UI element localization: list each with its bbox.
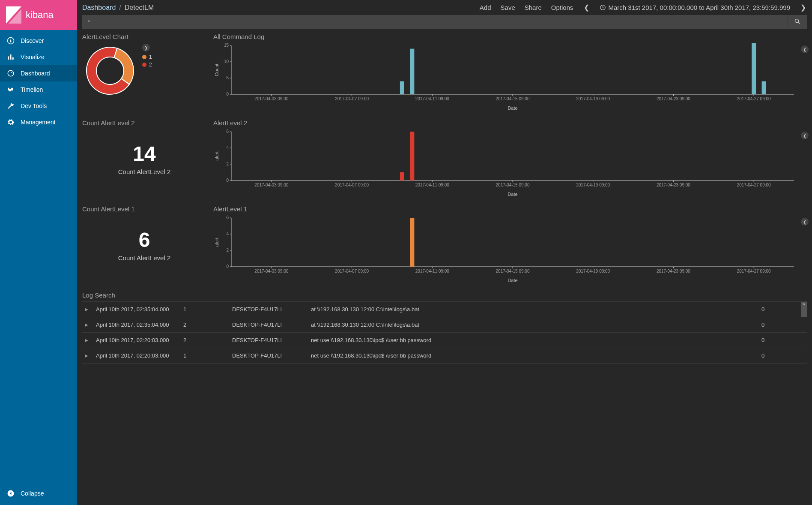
panel-title: Count AlertLevel 2 bbox=[82, 119, 206, 126]
svg-rect-4 bbox=[8, 57, 9, 60]
svg-text:15: 15 bbox=[224, 43, 229, 48]
sidebar-collapse[interactable]: Collapse bbox=[0, 485, 77, 505]
log-cmd: net use \\192.168.30.130\ipc$ /user:bb p… bbox=[311, 352, 755, 359]
metric-value: 6 bbox=[82, 228, 206, 252]
log-host: DESKTOP-F4U17LI bbox=[232, 352, 305, 359]
svg-text:2: 2 bbox=[226, 162, 229, 166]
panel-all-command-log: All Command Log ❮ 0510152017-04-03 09:00… bbox=[213, 33, 807, 111]
sidebar-item-discover[interactable]: Discover bbox=[0, 33, 77, 49]
logo[interactable]: kibana bbox=[0, 0, 77, 30]
search-icon bbox=[794, 18, 801, 25]
panel-count-alertlevel-2: Count AlertLevel 2 14 Count AlertLevel 2 bbox=[82, 119, 206, 198]
nav-label: Management bbox=[21, 119, 56, 126]
svg-line-8 bbox=[11, 72, 12, 73]
svg-text:2017-04-15 09:00: 2017-04-15 09:00 bbox=[496, 183, 530, 187]
panel-title: AlertLevel 2 bbox=[213, 119, 807, 126]
row-expand-icon[interactable]: ▶ bbox=[85, 322, 90, 327]
svg-text:2017-04-07 09:00: 2017-04-07 09:00 bbox=[335, 183, 369, 187]
svg-text:4: 4 bbox=[226, 145, 229, 150]
time-next-icon[interactable]: ❯ bbox=[800, 3, 807, 12]
nav-label: Dashboard bbox=[21, 70, 50, 77]
svg-marker-3 bbox=[10, 39, 12, 43]
svg-text:Date: Date bbox=[508, 192, 517, 197]
dashboard-icon bbox=[7, 69, 15, 77]
bar-chart-alert1[interactable]: 02462017-04-03 09:002017-04-07 09:002017… bbox=[213, 215, 798, 284]
log-host: DESKTOP-F4U17LI bbox=[232, 337, 305, 343]
svg-text:2017-04-27 09:00: 2017-04-27 09:00 bbox=[737, 96, 771, 101]
bar-chart-all-cmd[interactable]: 0510152017-04-03 09:002017-04-07 09:0020… bbox=[213, 43, 798, 111]
action-add[interactable]: Add bbox=[480, 4, 491, 11]
legend-expand-icon[interactable]: ❯ bbox=[142, 44, 150, 51]
log-cmd: net use \\192.168.30.130\ipc$ /user:bb p… bbox=[311, 337, 755, 343]
log-n: 0 bbox=[761, 337, 804, 343]
wrench-icon bbox=[7, 102, 15, 110]
search-button[interactable] bbox=[788, 15, 807, 29]
sidebar-item-management[interactable]: Management bbox=[0, 114, 77, 130]
sidebar-item-visualize[interactable]: Visualize bbox=[0, 49, 77, 65]
chart-collapse-icon[interactable]: ❮ bbox=[801, 218, 809, 225]
log-time: April 10th 2017, 02:20:03.000 bbox=[96, 352, 177, 359]
svg-text:2017-04-23 09:00: 2017-04-23 09:00 bbox=[657, 96, 690, 101]
log-row[interactable]: ▶ April 10th 2017, 02:20:03.000 2 DESKTO… bbox=[82, 333, 807, 348]
svg-text:Date: Date bbox=[508, 105, 517, 111]
action-save[interactable]: Save bbox=[501, 4, 515, 11]
svg-point-14 bbox=[795, 19, 799, 22]
chart-collapse-icon[interactable]: ❮ bbox=[801, 45, 809, 53]
sidebar: kibana Discover Visualize Dashboard Time… bbox=[0, 0, 77, 505]
timerange-text: March 31st 2017, 00:00:00.000 to April 3… bbox=[609, 4, 791, 11]
svg-text:2: 2 bbox=[226, 248, 229, 252]
sidebar-item-devtools[interactable]: Dev Tools bbox=[0, 98, 77, 114]
panels: AlertLevel Chart ❯ 1 2 bbox=[77, 33, 812, 505]
bar-chart-alert2[interactable]: 02462017-04-03 09:002017-04-07 09:002017… bbox=[213, 129, 798, 198]
search-input[interactable] bbox=[82, 15, 788, 29]
row-expand-icon[interactable]: ▶ bbox=[85, 353, 90, 358]
log-host: DESKTOP-F4U17LI bbox=[232, 306, 305, 313]
svg-rect-42 bbox=[400, 81, 404, 94]
svg-rect-5 bbox=[10, 54, 12, 60]
svg-line-15 bbox=[798, 22, 800, 24]
log-row[interactable]: ▶ April 10th 2017, 02:35:04.000 2 DESKTO… bbox=[82, 317, 807, 333]
row-expand-icon[interactable]: ▶ bbox=[85, 338, 90, 343]
svg-text:0: 0 bbox=[226, 92, 229, 96]
panel-alertlevel-2: AlertLevel 2 ❮ 02462017-04-03 09:002017-… bbox=[213, 119, 807, 198]
svg-text:2017-04-15 09:00: 2017-04-15 09:00 bbox=[496, 269, 530, 274]
main: Dashboard / DetectLM Add Save Share Opti… bbox=[77, 0, 812, 505]
chart-collapse-icon[interactable]: ❮ bbox=[801, 132, 809, 139]
svg-rect-72 bbox=[400, 172, 404, 180]
clock-icon bbox=[600, 4, 606, 11]
legend-label: 2 bbox=[149, 62, 152, 68]
timerange-picker[interactable]: March 31st 2017, 00:00:00.000 to April 3… bbox=[600, 4, 791, 11]
compass-icon bbox=[7, 37, 15, 45]
time-prev-icon[interactable]: ❮ bbox=[583, 3, 590, 12]
svg-text:4: 4 bbox=[226, 231, 229, 236]
svg-line-13 bbox=[603, 8, 604, 8]
action-share[interactable]: Share bbox=[525, 4, 542, 11]
action-options[interactable]: Options bbox=[551, 4, 573, 11]
svg-text:0: 0 bbox=[226, 264, 229, 269]
svg-text:2017-04-23 09:00: 2017-04-23 09:00 bbox=[657, 269, 690, 274]
sidebar-item-timelion[interactable]: Timelion bbox=[0, 81, 77, 98]
legend-item-2[interactable]: 2 bbox=[142, 62, 152, 68]
breadcrumb-root[interactable]: Dashboard bbox=[82, 4, 116, 12]
collapse-label: Collapse bbox=[21, 490, 44, 497]
scroll-up-icon[interactable]: ^ bbox=[801, 302, 807, 317]
log-time: April 10th 2017, 02:35:04.000 bbox=[96, 306, 177, 313]
nav-label: Visualize bbox=[21, 54, 45, 60]
legend-item-1[interactable]: 1 bbox=[142, 54, 152, 60]
sidebar-item-dashboard[interactable]: Dashboard bbox=[0, 65, 77, 81]
gear-icon bbox=[7, 118, 15, 126]
metric-label: Count AlertLevel 2 bbox=[82, 168, 206, 175]
log-row[interactable]: ▶ April 10th 2017, 02:35:04.000 1 DESKTO… bbox=[82, 301, 807, 317]
log-n: 0 bbox=[761, 322, 804, 328]
donut-chart[interactable] bbox=[82, 43, 138, 99]
svg-rect-100 bbox=[410, 218, 414, 267]
legend-dot-icon bbox=[142, 55, 146, 59]
log-n: 0 bbox=[761, 352, 804, 359]
donut-legend: ❯ 1 2 bbox=[142, 44, 152, 68]
log-n: 0 bbox=[761, 306, 804, 313]
svg-text:2017-04-03 09:00: 2017-04-03 09:00 bbox=[254, 269, 288, 274]
row-expand-icon[interactable]: ▶ bbox=[85, 307, 90, 312]
breadcrumb-sep: / bbox=[119, 4, 121, 12]
log-row[interactable]: ▶ April 10th 2017, 02:20:03.000 1 DESKTO… bbox=[82, 348, 807, 364]
log-cmd: at \\192.168.30.130 12:00 C:\Intel\logs\… bbox=[311, 306, 755, 313]
